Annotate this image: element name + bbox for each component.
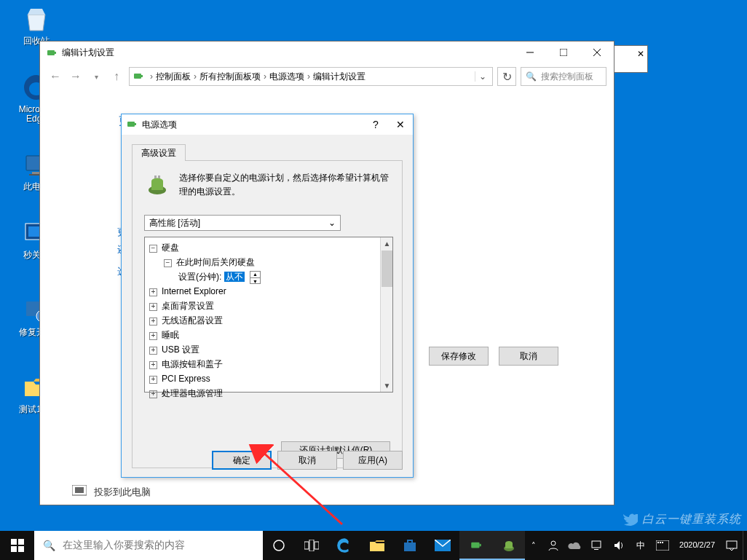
nav-recent-button[interactable]: ▾ [88, 68, 104, 84]
tray-network-icon[interactable] [586, 531, 608, 560]
tree-item[interactable]: +PCI Express [148, 371, 390, 386]
tray-input-icon[interactable] [652, 531, 673, 560]
settings-tree[interactable]: −硬盘 −在此时间后关闭硬盘 设置(分钟): 从不 ▲▼ +Internet E… [144, 237, 393, 393]
scroll-thumb[interactable] [382, 251, 392, 287]
taskbar-search-input[interactable]: 🔍 在这里输入你要搜索的内容 [34, 531, 263, 560]
maximize-button[interactable] [547, 42, 580, 63]
search-input[interactable]: 🔍 搜索控制面板 [521, 67, 606, 86]
tray-ime-icon[interactable]: 中 [630, 531, 652, 560]
power-icon [126, 118, 138, 132]
svg-rect-22 [158, 176, 160, 178]
tree-item[interactable]: +桌面背景设置 [148, 299, 390, 313]
tray-people-icon[interactable] [542, 531, 564, 560]
expand-icon[interactable]: + [149, 303, 157, 311]
setting-value[interactable]: 从不 [224, 272, 245, 282]
svg-rect-26 [11, 546, 17, 552]
expand-icon[interactable]: + [149, 347, 157, 355]
show-desktop-button[interactable] [743, 531, 747, 560]
project-to-pc[interactable]: 投影到此电脑 [72, 485, 151, 499]
dialog-title: 电源选项 [142, 119, 177, 131]
background-window: ✕ [613, 45, 648, 73]
collapse-icon[interactable]: − [164, 259, 172, 267]
desktop-icon-recycle-bin[interactable]: 回收站 [13, 4, 60, 46]
apply-button[interactable]: 应用(A) [343, 451, 403, 470]
svg-point-37 [551, 541, 556, 545]
cancel-button[interactable]: 取消 [277, 451, 337, 470]
taskbar-app-explorer[interactable] [361, 531, 394, 560]
nav-up-button[interactable]: ↑ [108, 68, 125, 84]
tree-item[interactable]: +Internet Explorer [148, 284, 390, 299]
breadcrumb[interactable]: 所有控制面板项 [199, 71, 261, 83]
taskbar-clock[interactable]: 2020/2/27 [673, 540, 721, 550]
nav-forward-button[interactable]: → [68, 68, 84, 84]
taskbar-app-control-panel[interactable] [459, 531, 492, 560]
breadcrumb[interactable]: 电源选项 [269, 71, 304, 83]
svg-rect-18 [127, 122, 135, 127]
tree-item[interactable]: +USB 设置 [148, 342, 390, 357]
tree-item[interactable]: +无线适配器设置 [148, 313, 390, 328]
expand-icon[interactable]: + [149, 318, 157, 326]
watermark: 白云一键重装系统 [620, 510, 741, 528]
action-center-button[interactable] [721, 531, 743, 560]
tree-item[interactable]: +处理器电源管理 [148, 386, 390, 401]
scroll-down-button[interactable]: ▼ [381, 379, 393, 392]
svg-rect-29 [304, 542, 309, 549]
svg-rect-17 [75, 487, 84, 493]
tree-item-hard-disk[interactable]: −硬盘 [148, 240, 390, 255]
address-bar[interactable]: 控制面板 所有控制面板项 电源选项 编辑计划设置 ⌄ [129, 67, 493, 86]
search-placeholder: 搜索控制面板 [541, 71, 593, 83]
breadcrumb[interactable]: 控制面板 [156, 71, 191, 83]
expand-icon[interactable]: + [149, 376, 157, 384]
collapse-icon[interactable]: − [149, 245, 157, 253]
tray-expand-button[interactable]: ˄ [525, 531, 542, 560]
expand-icon[interactable]: + [149, 288, 157, 296]
power-options-dialog: 电源选项 ? ✕ 高级设置 选择你要自定义的电源计划，然后选择你希望计算机管理的… [121, 114, 414, 478]
cancel-button[interactable]: 取消 [499, 347, 558, 366]
task-view-button[interactable] [296, 531, 328, 560]
power-plan-select[interactable]: 高性能 [活动] ⌄ [144, 215, 341, 231]
svg-rect-27 [18, 546, 24, 552]
value-spinner[interactable]: ▲▼ [250, 271, 261, 284]
expand-icon[interactable]: + [149, 361, 157, 369]
taskbar-search-placeholder: 在这里输入你要搜索的内容 [63, 539, 185, 552]
chevron-down-icon[interactable]: ⌄ [475, 71, 489, 82]
close-button[interactable]: ✕ [388, 114, 413, 135]
tray-volume-icon[interactable] [608, 531, 630, 560]
taskbar-app-mail[interactable] [427, 531, 459, 560]
tray-onedrive-icon[interactable] [564, 531, 586, 560]
expand-icon[interactable]: + [149, 332, 157, 340]
taskbar-app-power-options[interactable] [492, 531, 525, 560]
tree-item-turn-off-disk[interactable]: −在此时间后关闭硬盘 [148, 255, 390, 269]
breadcrumb[interactable]: 编辑计划设置 [313, 71, 365, 83]
tree-item-setting[interactable]: 设置(分钟): 从不 ▲▼ [148, 269, 390, 284]
svg-rect-43 [662, 542, 663, 543]
tabstrip: 高级设置 [132, 143, 403, 161]
expand-icon[interactable]: + [149, 390, 157, 398]
scroll-up-button[interactable]: ▲ [381, 237, 393, 250]
minimize-button[interactable] [513, 42, 547, 63]
ok-button[interactable]: 确定 [212, 451, 272, 470]
save-changes-button[interactable]: 保存修改 [429, 347, 489, 366]
taskbar-app-store[interactable] [394, 531, 427, 560]
tree-item[interactable]: +电源按钮和盖子 [148, 357, 390, 371]
spinner-down[interactable]: ▼ [250, 278, 260, 285]
nav-back-button[interactable]: ← [47, 68, 63, 84]
tree-scrollbar[interactable]: ▲ ▼ [380, 237, 392, 392]
close-button[interactable] [580, 42, 614, 63]
svg-rect-34 [471, 543, 479, 548]
cortana-button[interactable] [263, 531, 296, 560]
tab-advanced[interactable]: 高级设置 [132, 144, 186, 162]
search-icon: 🔍 [526, 71, 537, 82]
svg-rect-41 [657, 542, 659, 543]
svg-rect-25 [18, 539, 24, 545]
start-button[interactable] [0, 531, 34, 560]
bird-icon [620, 510, 638, 528]
svg-rect-44 [727, 541, 737, 548]
svg-rect-15 [141, 75, 143, 77]
help-button[interactable]: ? [363, 114, 388, 135]
svg-rect-8 [47, 50, 55, 55]
tree-item[interactable]: +睡眠 [148, 328, 390, 342]
taskbar-app-edge[interactable] [328, 531, 361, 560]
refresh-button[interactable]: ↻ [497, 67, 516, 86]
search-icon: 🔍 [43, 540, 55, 551]
